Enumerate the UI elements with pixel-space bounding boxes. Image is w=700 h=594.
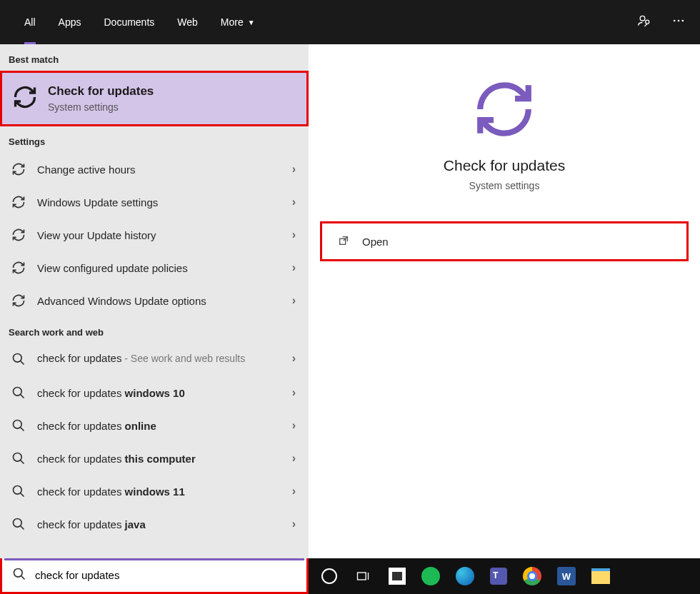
refresh-icon — [10, 261, 27, 275]
group-bestmatch-label: Best match — [0, 44, 309, 71]
update-hero-icon — [472, 77, 536, 144]
search-icon — [12, 567, 26, 584]
search-icon — [10, 352, 27, 366]
svg-point-3 — [678, 20, 680, 22]
group-searchweb-label: Search work and web — [0, 317, 309, 343]
refresh-icon — [10, 195, 27, 209]
edge-icon[interactable] — [456, 567, 474, 585]
bestmatch-item[interactable]: Check for updates System settings — [0, 71, 309, 126]
settings-item-update-settings[interactable]: Windows Update settings › — [0, 186, 309, 218]
preview-subtitle: System settings — [469, 180, 540, 191]
teams-icon[interactable] — [490, 568, 507, 585]
chevron-right-icon: › — [292, 386, 296, 399]
taskbar: W — [309, 558, 700, 594]
web-item-java[interactable]: check for updates java › — [0, 508, 309, 540]
store-icon[interactable] — [389, 568, 406, 585]
refresh-icon — [10, 293, 27, 308]
item-label: Advanced Windows Update options — [37, 295, 299, 307]
taskview-icon[interactable] — [353, 566, 373, 586]
cortana-icon[interactable] — [321, 568, 337, 584]
tab-all[interactable]: All — [13, 0, 47, 44]
item-label: check for updates online — [37, 420, 299, 432]
web-item-windows10[interactable]: check for updates windows 10 › — [0, 376, 309, 409]
open-label: Open — [362, 236, 389, 248]
search-icon — [10, 484, 27, 498]
open-external-icon — [338, 235, 349, 248]
search-icon — [10, 418, 27, 433]
web-item-this-computer[interactable]: check for updates this computer › — [0, 442, 309, 475]
chevron-right-icon: › — [292, 261, 296, 274]
open-action[interactable]: Open — [320, 221, 689, 261]
bestmatch-subtitle: System settings — [48, 101, 154, 113]
chevron-right-icon: › — [292, 452, 296, 465]
chevron-right-icon: › — [292, 419, 296, 432]
results-panel: Best match Check for updates System sett… — [0, 44, 309, 558]
tab-more[interactable]: More▼ — [209, 0, 266, 44]
update-icon — [12, 84, 38, 113]
search-input[interactable] — [35, 569, 296, 581]
tab-apps[interactable]: Apps — [47, 0, 93, 44]
search-icon — [10, 386, 27, 400]
chevron-right-icon: › — [292, 163, 296, 176]
search-box[interactable] — [0, 558, 309, 594]
web-item-see-results[interactable]: check for updates - See work and web res… — [0, 343, 309, 376]
web-item-windows11[interactable]: check for updates windows 11 › — [0, 475, 309, 508]
preview-panel: Check for updates System settings Open — [309, 44, 700, 558]
feedback-icon[interactable] — [637, 14, 651, 31]
item-label: check for updates java — [37, 518, 299, 530]
word-icon[interactable]: W — [557, 567, 576, 585]
item-label: check for updates this computer — [37, 453, 299, 465]
svg-point-12 — [14, 568, 23, 577]
chevron-right-icon: › — [292, 228, 296, 241]
search-icon — [10, 517, 27, 531]
more-options-icon[interactable] — [671, 14, 686, 31]
chevron-right-icon: › — [292, 518, 296, 530]
item-label: Windows Update settings — [37, 196, 299, 208]
svg-rect-13 — [358, 573, 366, 580]
item-label: check for updates - See work and web res… — [37, 352, 299, 364]
web-item-online[interactable]: check for updates online › — [0, 409, 309, 442]
scope-tabs: All Apps Documents Web More▼ — [0, 0, 266, 44]
svg-point-4 — [682, 20, 684, 22]
svg-point-9 — [14, 486, 22, 495]
settings-item-advanced-update[interactable]: Advanced Windows Update options › — [0, 284, 309, 317]
chrome-icon[interactable] — [523, 567, 541, 585]
tab-documents[interactable]: Documents — [92, 0, 166, 44]
refresh-icon — [10, 228, 27, 242]
spotify-icon[interactable] — [421, 567, 440, 585]
refresh-icon — [10, 162, 27, 176]
explorer-icon[interactable] — [591, 568, 610, 584]
svg-point-8 — [14, 453, 22, 462]
chevron-right-icon: › — [292, 485, 296, 498]
chevron-right-icon: › — [292, 196, 296, 208]
bestmatch-title: Check for updates — [48, 84, 154, 99]
svg-point-6 — [14, 388, 22, 396]
svg-point-5 — [14, 354, 22, 363]
settings-item-active-hours[interactable]: Change active hours › — [0, 153, 309, 186]
svg-point-2 — [674, 20, 676, 22]
svg-point-0 — [640, 16, 645, 21]
chevron-right-icon: › — [292, 352, 296, 365]
item-label: check for updates windows 10 — [37, 387, 299, 399]
settings-item-update-policies[interactable]: View configured update policies › — [0, 251, 309, 284]
item-label: View your Update history — [37, 229, 299, 241]
item-label: View configured update policies — [37, 262, 299, 274]
chevron-right-icon: › — [292, 294, 296, 307]
svg-point-1 — [646, 20, 649, 24]
group-settings-label: Settings — [0, 126, 309, 153]
item-label: check for updates windows 11 — [37, 485, 299, 498]
svg-point-7 — [14, 421, 22, 429]
svg-point-10 — [14, 519, 22, 528]
tab-web[interactable]: Web — [166, 0, 209, 44]
settings-item-update-history[interactable]: View your Update history › — [0, 218, 309, 251]
top-tabs-bar: All Apps Documents Web More▼ — [0, 0, 700, 44]
preview-title: Check for updates — [444, 157, 565, 174]
item-label: Change active hours — [37, 163, 299, 176]
search-icon — [10, 451, 27, 465]
